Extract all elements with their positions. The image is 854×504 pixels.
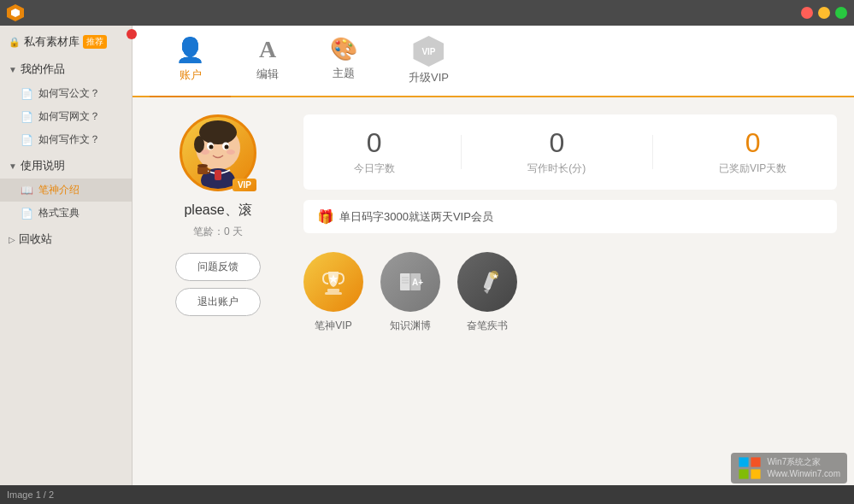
svg-rect-30 xyxy=(751,469,761,478)
reward-text: 单日码字3000就送两天VIP会员 xyxy=(339,209,493,225)
close-button[interactable] xyxy=(801,7,813,19)
tab-account[interactable]: 👤 账户 xyxy=(150,26,231,97)
doc-icon: 📄 xyxy=(21,134,33,146)
daily-words-label: 今日字数 xyxy=(354,161,395,176)
sidebar-item-usage-guide[interactable]: ▼ 使用说明 xyxy=(0,153,132,179)
writing-time-label: 写作时长(分) xyxy=(527,161,586,176)
text-icon: A xyxy=(259,36,276,63)
doc2-label: 如何写网文？ xyxy=(38,109,100,124)
tab-theme-label: 主题 xyxy=(333,66,355,81)
stat-divider-1 xyxy=(461,135,462,169)
sidebar-section-trash: ▷ 回收站 xyxy=(0,226,132,252)
reward-banner: 🎁 单日码字3000就送两天VIP会员 xyxy=(303,200,837,233)
minimize-button[interactable] xyxy=(818,7,830,19)
sidebar-item-my-works[interactable]: ▼ 我的作品 xyxy=(0,56,132,82)
badge-bishen-vip-label: 笔神VIP xyxy=(315,319,351,333)
svg-rect-14 xyxy=(325,292,342,295)
svg-rect-13 xyxy=(327,289,339,292)
pen-badge-icon: ★ xyxy=(457,252,517,312)
tab-theme[interactable]: 🎨 主题 xyxy=(304,26,383,96)
sidebar-trash-label: 回收站 xyxy=(19,231,52,247)
svg-rect-29 xyxy=(739,469,749,478)
top-bar xyxy=(0,0,854,26)
tab-vip-label: 升级VIP xyxy=(409,70,449,85)
windows-logo xyxy=(738,456,762,480)
gift-icon: 🎁 xyxy=(317,208,334,225)
svg-point-12 xyxy=(197,164,208,167)
stat-daily-words: 0 今日字数 xyxy=(354,128,395,176)
sidebar-item-trash[interactable]: ▷ 回收站 xyxy=(0,226,132,252)
person-icon: 👤 xyxy=(175,36,205,64)
svg-rect-10 xyxy=(215,170,221,180)
main-layout: 🔒 私有素材库 推荐 ▼ 我的作品 📄 如何写公文？ 📄 如何写网文？ 📄 如何… xyxy=(0,26,854,504)
svg-point-1 xyxy=(199,120,237,144)
book-icon: 📖 xyxy=(21,185,33,196)
profile-section: VIP please、滚 笔龄：0 天 问题反馈 退出账户 0 今日字数 0 xyxy=(133,97,854,504)
doc3-label: 如何写作文？ xyxy=(38,132,100,147)
sidebar-item-format[interactable]: 📄 格式宝典 xyxy=(0,202,132,225)
watermark-text: Win7系统之家 Www.Winwin7.com xyxy=(767,456,840,480)
sidebar: 🔒 私有素材库 推荐 ▼ 我的作品 📄 如何写公文？ 📄 如何写网文？ 📄 如何… xyxy=(0,26,133,504)
book-badge-icon: A+ xyxy=(380,252,440,312)
daily-words-value: 0 xyxy=(367,128,382,158)
svg-point-8 xyxy=(227,149,235,155)
pen-age: 笔龄：0 天 xyxy=(193,225,243,239)
stats-box: 0 今日字数 0 写作时长(分) 0 已奖励VIP天数 xyxy=(303,114,837,190)
format-label: 格式宝典 xyxy=(38,206,80,220)
svg-rect-27 xyxy=(739,457,749,466)
svg-text:★: ★ xyxy=(492,273,498,280)
doc-icon: 📄 xyxy=(21,208,33,220)
vip-days-value: 0 xyxy=(745,128,761,158)
watermark-line1: Win7系统之家 xyxy=(767,456,840,468)
tab-account-label: 账户 xyxy=(180,67,202,83)
settings-tabs: 👤 账户 A 编辑 🎨 主题 VIP 升级VIP xyxy=(133,26,854,97)
badge-bookworm: ★ 奋笔疾书 xyxy=(457,252,517,333)
feedback-button[interactable]: 问题反馈 xyxy=(175,253,261,281)
username: please、滚 xyxy=(184,202,251,220)
trophy-svg xyxy=(316,265,350,299)
doc-icon: 📄 xyxy=(21,88,33,100)
notification-dot xyxy=(127,29,137,39)
profile-left: VIP please、滚 笔龄：0 天 问题反馈 退出账户 xyxy=(150,114,286,487)
vip-days-label: 已奖励VIP天数 xyxy=(719,161,786,176)
chevron-down-icon: ▼ xyxy=(9,161,17,171)
chevron-right-icon: ▷ xyxy=(9,235,15,244)
sidebar-section-private-assets: 🔒 私有素材库 推荐 xyxy=(0,29,132,55)
stat-divider-2 xyxy=(652,135,653,169)
sidebar-private-assets-label: 私有素材库 xyxy=(24,34,80,50)
tab-upgrade-vip[interactable]: VIP 升级VIP xyxy=(383,26,474,96)
sidebar-section-usage-guide: ▼ 使用说明 📖 笔神介绍 📄 格式宝典 xyxy=(0,153,132,225)
sidebar-usage-label: 使用说明 xyxy=(21,158,65,173)
sidebar-item-bishen-intro[interactable]: 📖 笔神介绍 xyxy=(0,179,132,202)
svg-rect-11 xyxy=(197,167,208,174)
sidebar-item-doc3[interactable]: 📄 如何写作文？ xyxy=(0,128,132,151)
palette-icon: 🎨 xyxy=(330,36,357,62)
badges-row: 笔神VIP A+ xyxy=(303,243,837,342)
stat-writing-time: 0 写作时长(分) xyxy=(527,128,586,176)
stat-vip-days: 0 已奖励VIP天数 xyxy=(719,128,786,176)
app-logo xyxy=(7,4,24,21)
lock-icon: 🔒 xyxy=(9,37,21,48)
vip-badge: VIP xyxy=(233,179,256,191)
watermark-line2: Www.Winwin7.com xyxy=(767,468,840,480)
logout-button[interactable]: 退出账户 xyxy=(175,288,261,316)
maximize-button[interactable] xyxy=(835,7,847,19)
pen-svg: ★ xyxy=(470,265,504,299)
sidebar-item-private-assets[interactable]: 🔒 私有素材库 推荐 xyxy=(0,29,132,55)
writing-time-value: 0 xyxy=(549,128,564,158)
svg-point-7 xyxy=(201,149,209,155)
sidebar-item-doc2[interactable]: 📄 如何写网文？ xyxy=(0,105,132,128)
bishen-intro-label: 笔神介绍 xyxy=(38,183,80,197)
page-indicator: Image 1 / 2 xyxy=(7,489,54,500)
svg-rect-16 xyxy=(400,273,410,290)
sidebar-section-my-works: ▼ 我的作品 📄 如何写公文？ 📄 如何写网文？ 📄 如何写作文？ xyxy=(0,56,132,151)
sidebar-item-doc1[interactable]: 📄 如何写公文？ xyxy=(0,82,132,105)
sidebar-my-works-label: 我的作品 xyxy=(21,62,65,77)
bottom-bar: Image 1 / 2 xyxy=(0,485,854,504)
badge-bookworm-label: 奋笔疾书 xyxy=(467,319,508,333)
svg-rect-28 xyxy=(751,457,761,466)
tab-editor[interactable]: A 编辑 xyxy=(231,26,304,96)
badge-knowledge: A+ 知识渊博 xyxy=(380,252,440,333)
svg-point-6 xyxy=(225,145,229,149)
doc-icon: 📄 xyxy=(21,111,33,123)
